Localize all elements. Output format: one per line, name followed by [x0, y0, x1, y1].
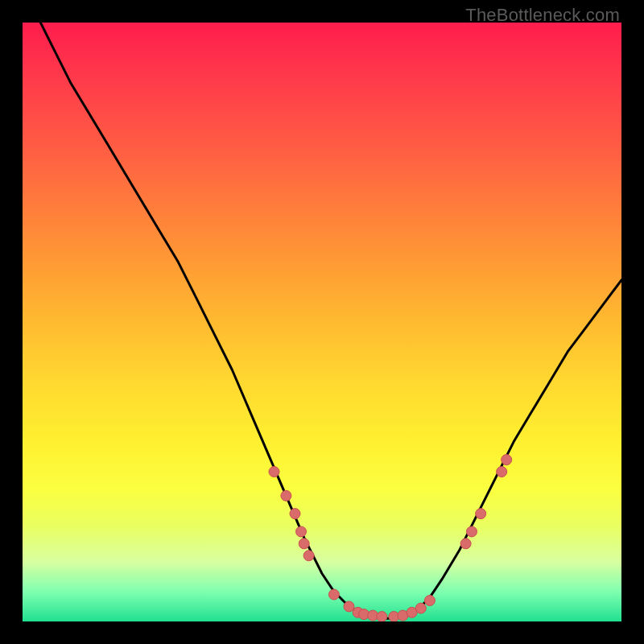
plot-area: [23, 23, 621, 621]
chart-container: TheBottleneck.com: [0, 0, 644, 644]
watermark-text: TheBottleneck.com: [465, 5, 620, 26]
gradient-background: [23, 23, 621, 621]
